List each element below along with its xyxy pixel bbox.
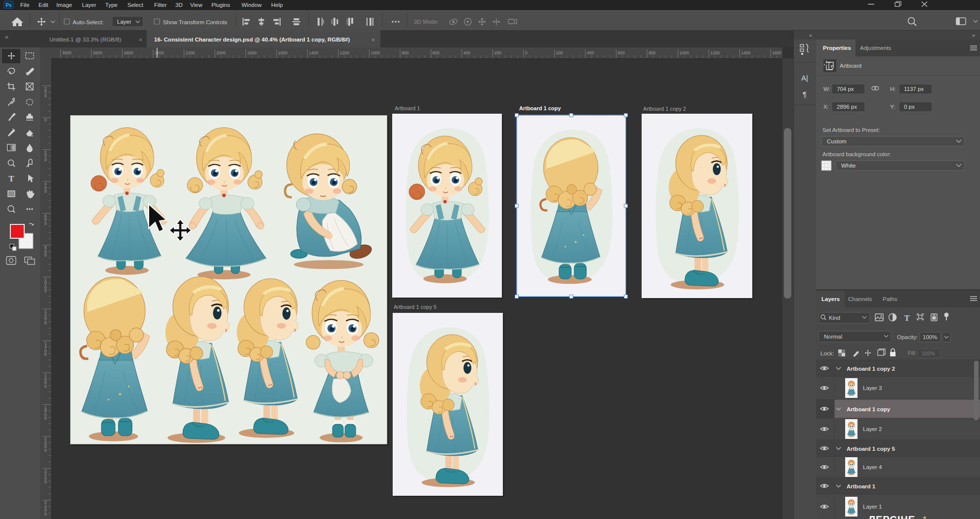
svg-text:Artboard 1 copy 5: Artboard 1 copy 5 [847, 446, 895, 452]
svg-text:0: 0 [44, 288, 47, 293]
svg-text:Set Artboard to Preset:: Set Artboard to Preset: [822, 127, 880, 133]
svg-text:0: 0 [44, 93, 47, 98]
svg-text:1800: 1800 [247, 50, 257, 55]
svg-text:2000: 2000 [216, 50, 226, 55]
svg-text:Window: Window [242, 2, 262, 8]
svg-text:0: 0 [44, 384, 47, 389]
svg-text:Layer 1: Layer 1 [863, 504, 882, 510]
svg-text:Channels: Channels [848, 296, 872, 302]
svg-text:Show Transform Controls: Show Transform Controls [163, 19, 227, 25]
svg-text:3D Mode:: 3D Mode: [414, 19, 439, 25]
svg-text:ЛЕРСІНЕ: ЛЕРСІНЕ [868, 514, 915, 519]
svg-text:0: 0 [44, 118, 47, 123]
svg-text:W:: W: [823, 86, 830, 92]
svg-text:T: T [904, 314, 910, 322]
svg-text:400: 400 [587, 50, 594, 55]
svg-text:Edit: Edit [39, 2, 49, 8]
svg-text:1400: 1400 [309, 50, 319, 55]
svg-text:T: T [8, 174, 14, 183]
svg-text:600: 600 [618, 50, 625, 55]
svg-text:Layer 4: Layer 4 [863, 464, 882, 470]
svg-text:2600: 2600 [124, 50, 133, 55]
svg-text:Fill:: Fill: [908, 350, 916, 356]
svg-text:0: 0 [44, 221, 47, 226]
svg-text:Auto-Select:: Auto-Select: [73, 19, 104, 25]
svg-text:2400: 2400 [155, 50, 164, 55]
svg-text:¶: ¶ [803, 90, 807, 98]
svg-text:Adjustments: Adjustments [860, 45, 892, 51]
svg-text:A|: A| [801, 74, 808, 82]
svg-text:Paths: Paths [883, 296, 898, 302]
svg-text:Properties: Properties [823, 45, 851, 51]
svg-text:3000: 3000 [62, 50, 72, 55]
svg-text:Y:: Y: [890, 104, 895, 110]
svg-text:0: 0 [44, 320, 47, 325]
svg-text:1600: 1600 [772, 50, 781, 55]
svg-text:Image: Image [56, 2, 72, 8]
svg-text:«: « [5, 34, 8, 41]
svg-text:400: 400 [463, 50, 470, 55]
svg-text:1000: 1000 [680, 50, 689, 55]
svg-text:0: 0 [44, 189, 47, 194]
svg-text:Filter: Filter [154, 2, 167, 8]
svg-text:0: 0 [525, 50, 528, 55]
svg-text:H:: H: [890, 86, 896, 92]
svg-text:0: 0 [44, 448, 47, 453]
svg-text:×: × [139, 37, 142, 43]
svg-text:2800: 2800 [93, 50, 102, 55]
svg-text:View: View [190, 2, 203, 8]
svg-text:0: 0 [44, 416, 47, 421]
svg-text:Layer: Layer [82, 2, 96, 8]
svg-text:200: 200 [494, 50, 501, 55]
svg-text:100%: 100% [922, 350, 935, 356]
svg-text:Layer 3: Layer 3 [863, 385, 882, 391]
svg-text:Artboard background color:: Artboard background color: [822, 151, 891, 157]
svg-text:0: 0 [44, 352, 47, 357]
svg-text:White: White [841, 163, 856, 169]
svg-text:«: « [809, 32, 812, 38]
svg-text:2896 px: 2896 px [837, 104, 857, 110]
svg-text:Opacity:: Opacity: [897, 334, 918, 340]
svg-text:Layer: Layer [117, 19, 131, 25]
svg-text:0: 0 [44, 512, 47, 517]
svg-text:Artboard 1: Artboard 1 [395, 105, 420, 111]
svg-text:1200: 1200 [340, 50, 349, 55]
svg-text:Select: Select [127, 2, 144, 8]
svg-text:Type: Type [105, 2, 118, 8]
svg-text:1000: 1000 [371, 50, 380, 55]
svg-text:»: » [972, 32, 975, 38]
svg-text:0 px: 0 px [904, 104, 915, 110]
svg-text:Artboard 1 copy 2: Artboard 1 copy 2 [643, 106, 686, 112]
svg-text:Kind: Kind [829, 315, 840, 321]
svg-text:Layer 2: Layer 2 [863, 426, 882, 432]
svg-text:1137 px: 1137 px [904, 86, 924, 92]
svg-text:1200: 1200 [710, 50, 720, 55]
svg-text:Untitled-1 @ 33.3% (RGB/8): Untitled-1 @ 33.3% (RGB/8) [49, 37, 121, 43]
svg-text:Artboard 1: Artboard 1 [847, 483, 876, 489]
svg-text:2200: 2200 [186, 50, 195, 55]
svg-text:Layers: Layers [821, 296, 840, 302]
svg-text:Artboard 1 copy 2: Artboard 1 copy 2 [847, 366, 895, 372]
svg-text:Plugins: Plugins [211, 2, 230, 8]
svg-text:Artboard 1 copy: Artboard 1 copy [847, 406, 891, 412]
svg-text:0: 0 [44, 479, 47, 484]
svg-text:800: 800 [649, 50, 655, 55]
svg-text:1400: 1400 [741, 50, 751, 55]
svg-text:200: 200 [556, 50, 563, 55]
svg-text:Custom: Custom [827, 138, 847, 144]
svg-text:Artboard: Artboard [840, 63, 861, 69]
svg-text:704 px: 704 px [837, 86, 854, 92]
svg-text:0: 0 [44, 157, 47, 162]
svg-text:16- Consistent Character desig: 16- Consistent Character design.psd @ 40… [154, 37, 350, 43]
svg-text:600: 600 [433, 50, 440, 55]
svg-text:Lock:: Lock: [820, 350, 834, 356]
svg-text:Normal: Normal [824, 334, 842, 340]
svg-text:3D: 3D [175, 2, 183, 8]
svg-text:File: File [20, 2, 30, 8]
svg-text:Help: Help [271, 2, 283, 8]
svg-text:X:: X: [823, 104, 829, 110]
svg-text:1600: 1600 [278, 50, 287, 55]
svg-text:Artboard 1 copy 5: Artboard 1 copy 5 [394, 304, 437, 310]
svg-text:Ps: Ps [5, 2, 12, 8]
svg-text:100%: 100% [923, 334, 937, 340]
